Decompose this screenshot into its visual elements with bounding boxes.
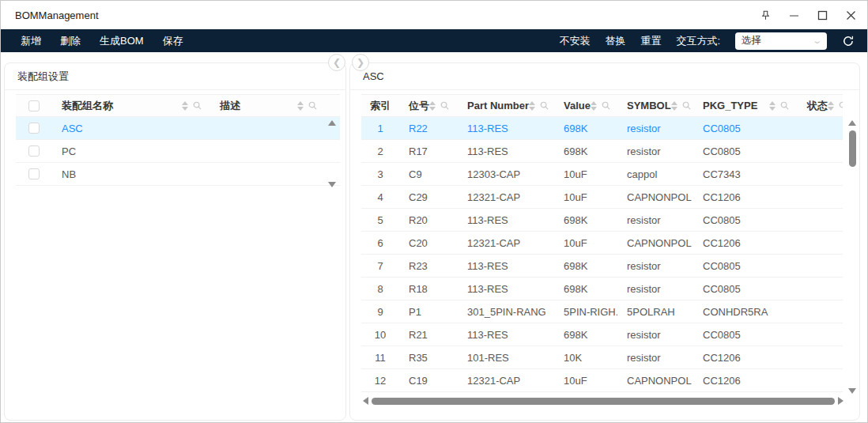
row-checkbox[interactable]	[16, 140, 52, 162]
search-icon[interactable]	[681, 100, 692, 111]
assembly-group-row[interactable]: ASC	[16, 117, 340, 140]
horizontal-scroll-thumb[interactable]	[372, 398, 835, 405]
sort-icon[interactable]	[297, 101, 304, 111]
replace-button[interactable]: 替换	[605, 34, 625, 48]
sort-icon[interactable]	[182, 101, 188, 111]
bom-cell: 11	[361, 346, 399, 368]
bom-cell: P1	[399, 300, 458, 323]
bom-cell: R23	[399, 255, 458, 277]
scroll-down-icon[interactable]	[848, 388, 856, 394]
bom-cell: CC0805	[693, 117, 798, 139]
search-icon[interactable]	[539, 100, 549, 111]
collapse-left-icon[interactable]: ❮	[328, 54, 345, 71]
bom-table-horizontal-scrollbar[interactable]	[363, 395, 848, 406]
search-icon[interactable]	[779, 100, 790, 111]
sort-icon[interactable]	[671, 101, 677, 111]
bom-row[interactable]: 10R21113-RES698KresistorCC0805	[361, 323, 843, 346]
scroll-down-icon[interactable]	[328, 182, 336, 187]
minimize-icon[interactable]	[785, 6, 802, 24]
close-icon[interactable]	[842, 6, 859, 24]
checkbox-icon	[28, 168, 40, 179]
row-checkbox[interactable]	[16, 117, 52, 139]
column-header-status[interactable]: 状态	[798, 95, 843, 116]
column-header-symbol[interactable]: SYMBOL	[617, 95, 693, 116]
bom-cell	[798, 140, 843, 162]
left-table-scrollbar[interactable]	[326, 120, 338, 187]
bom-row[interactable]: 5R20113-RES698KresistorCC0805	[361, 209, 843, 232]
column-header-refdes[interactable]: 位号	[399, 95, 458, 116]
scroll-left-icon[interactable]	[363, 397, 368, 405]
column-header-description[interactable]: 描述	[210, 95, 326, 116]
bom-cell: resistor	[617, 346, 693, 368]
bom-cell: 698K	[554, 278, 617, 300]
scroll-right-icon[interactable]	[838, 397, 843, 405]
bom-row[interactable]: 9P1301_5PIN-RANG5PIN-RIGH...5POLRAHCONHD…	[361, 300, 843, 323]
search-icon[interactable]	[192, 100, 202, 111]
bom-cell: R35	[399, 346, 458, 368]
delete-button[interactable]: 删除	[60, 34, 81, 48]
bom-cell	[798, 186, 843, 208]
search-icon[interactable]	[440, 100, 450, 111]
bom-cell: CC0805	[693, 209, 798, 231]
row-checkbox[interactable]	[16, 163, 52, 185]
column-header-part-number[interactable]: Part Number	[458, 95, 554, 116]
bom-cell: 301_5PIN-RANG	[458, 300, 554, 323]
bom-cell: 12321-CAP	[458, 232, 554, 254]
assembly-group-row[interactable]: PC	[16, 140, 340, 163]
sort-icon[interactable]	[429, 101, 436, 111]
add-button[interactable]: 新增	[21, 34, 41, 48]
bom-row[interactable]: 12C1912321-CAP10uFCAPNONPOLCC1206	[361, 369, 843, 392]
search-icon[interactable]	[601, 100, 611, 111]
interaction-mode-select[interactable]: 选择 ⌄	[735, 32, 827, 50]
sort-icon[interactable]	[591, 101, 597, 111]
bom-table: 索引 位号 Part Number Value SYMBOL	[361, 94, 843, 392]
column-header-pkg-type[interactable]: PKG_TYPE	[693, 95, 798, 116]
maximize-icon[interactable]	[813, 6, 831, 24]
bom-cell	[798, 346, 843, 368]
refresh-icon[interactable]	[842, 35, 855, 47]
bom-cell: R17	[399, 140, 458, 162]
bom-cell: CAPNONPOL	[617, 186, 693, 208]
bom-table-vertical-scrollbar[interactable]	[846, 120, 859, 394]
bom-cell: 10K	[554, 346, 617, 368]
description-cell	[210, 117, 326, 139]
pin-icon[interactable]	[757, 6, 774, 24]
scroll-up-icon[interactable]	[848, 120, 856, 126]
generate-bom-button[interactable]: 生成BOM	[100, 34, 144, 48]
not-install-button[interactable]: 不安装	[559, 34, 590, 48]
sort-icon[interactable]	[769, 101, 776, 111]
bom-cell: 9	[361, 300, 399, 323]
vertical-scroll-thumb[interactable]	[849, 130, 856, 167]
save-button[interactable]: 保存	[163, 34, 183, 48]
bom-row[interactable]: 8R18113-RES698KresistorCC0805	[361, 278, 843, 300]
assembly-group-row[interactable]: NB	[16, 163, 340, 186]
collapse-right-icon[interactable]: ❯	[352, 54, 369, 71]
sort-icon[interactable]	[828, 101, 834, 111]
bom-row[interactable]: 6C2012321-CAP10uFCAPNONPOLCC1206	[361, 232, 843, 255]
bom-row[interactable]: 4C2912321-CAP10uFCAPNONPOLCC1206	[361, 186, 843, 209]
search-icon[interactable]	[838, 100, 843, 111]
bom-cell: 101-RES	[458, 346, 554, 368]
column-header-index[interactable]: 索引	[361, 95, 399, 116]
scroll-up-icon[interactable]	[328, 120, 336, 126]
bom-cell: 113-RES	[458, 209, 554, 231]
sort-icon[interactable]	[529, 101, 535, 111]
bom-cell	[798, 278, 843, 300]
bom-cell: 113-RES	[458, 323, 554, 346]
bom-cell: 10uF	[554, 369, 617, 391]
column-header-group-name[interactable]: 装配组名称	[52, 95, 210, 116]
column-header-value[interactable]: Value	[554, 95, 617, 116]
reset-button[interactable]: 重置	[640, 34, 661, 48]
bom-row[interactable]: 11R35101-RES10KresistorCC1206	[361, 346, 843, 369]
bom-row[interactable]: 7R23113-RES698KresistorCC0805	[361, 255, 843, 278]
search-icon[interactable]	[308, 100, 318, 111]
select-all-checkbox[interactable]	[16, 95, 52, 116]
bom-table-body: 1R22113-RES698KresistorCC08052R17113-RES…	[361, 117, 843, 392]
bom-cell: 698K	[554, 209, 617, 231]
bom-cell: CONHDR5RA	[693, 300, 798, 323]
bom-cell: 113-RES	[458, 255, 554, 277]
bom-row[interactable]: 2R17113-RES698KresistorCC0805	[361, 140, 843, 163]
bom-row[interactable]: 3C912303-CAP10uFcappolCC7343	[361, 163, 843, 186]
bom-cell: 113-RES	[458, 278, 554, 300]
bom-row[interactable]: 1R22113-RES698KresistorCC0805	[361, 117, 843, 140]
